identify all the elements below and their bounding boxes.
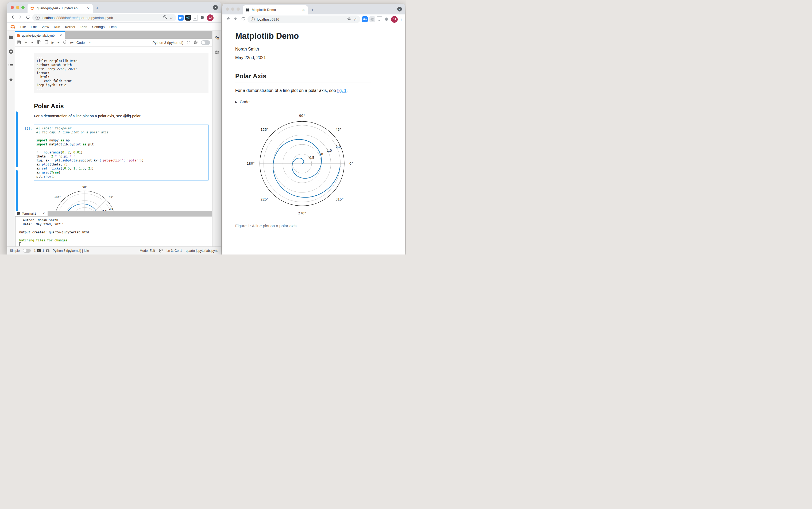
kernel-status-icon[interactable]	[187, 41, 190, 44]
reload-icon[interactable]	[25, 15, 31, 21]
zoom-window-button[interactable]	[22, 6, 25, 9]
menu-item-edit[interactable]: Edit	[28, 25, 39, 29]
reload-icon[interactable]	[240, 16, 246, 22]
browser-menu-icon[interactable]: ⋮	[399, 17, 402, 22]
notebook-toolbar-toggle[interactable]	[201, 40, 210, 45]
browser-menu-icon[interactable]: ⋮	[215, 15, 218, 20]
execution-count: [2]:	[16, 127, 32, 131]
notebook-dock-panel: quarto-jupyterlab.ipynb ✕ + ✂ ▶ ■	[15, 31, 212, 246]
text-line: ax.set_rticks([0.5, 1, 1.5, 2])	[36, 167, 206, 171]
tab-close-icon[interactable]: ✕	[86, 6, 91, 10]
menu-item-tabs[interactable]: Tabs	[77, 25, 90, 29]
run-cell-button[interactable]: ▶	[51, 41, 54, 44]
window-controls[interactable]	[11, 6, 25, 9]
raw-yaml-cell[interactable]: --- title: Matplotlib Demo author: Norah…	[34, 53, 209, 93]
menu-item-run[interactable]: Run	[51, 25, 63, 29]
shield-x-icon[interactable]	[159, 249, 163, 252]
input-collapser[interactable]	[16, 111, 17, 167]
site-info-icon[interactable]: i	[36, 16, 40, 20]
menu-item-help[interactable]: Help	[107, 25, 119, 29]
restart-run-all-button[interactable]: ▶▶	[70, 41, 73, 44]
extension-manager-icon[interactable]	[8, 77, 13, 83]
react-devtools-extension-icon[interactable]	[185, 15, 191, 21]
table-of-contents-icon[interactable]	[8, 64, 13, 69]
puzzle-extensions-icon[interactable]	[384, 16, 389, 22]
minimize-window-button[interactable]	[231, 7, 235, 11]
property-inspector-icon[interactable]: ⚙⚙	[214, 35, 219, 41]
profile-avatar[interactable]: JJ	[207, 14, 214, 21]
new-tab-button[interactable]: +	[96, 6, 99, 11]
stop-kernel-button[interactable]: ■	[58, 41, 59, 44]
figure-link[interactable]: fig. 1	[337, 88, 347, 93]
puzzle-extensions-icon[interactable]	[200, 15, 205, 21]
new-tab-button[interactable]: +	[311, 7, 314, 12]
site-info-icon[interactable]: i	[251, 18, 255, 22]
notebook-scroll-area[interactable]: --- title: Matplotlib Demo author: Norah…	[15, 46, 212, 211]
code-cell[interactable]: [2]: #| label: fig-polar#| fig.cap: A li…	[34, 125, 209, 180]
close-window-button[interactable]	[11, 6, 14, 9]
menu-item-kernel[interactable]: Kernel	[63, 25, 77, 29]
tab-close-icon[interactable]: ✕	[301, 8, 306, 12]
terminal-tab[interactable]: $_ Terminal 1 ✕	[15, 211, 47, 216]
menu-item-settings[interactable]: Settings	[90, 25, 107, 29]
menu-item-view[interactable]: View	[39, 25, 51, 29]
terminal-tab-close-icon[interactable]: ✕	[42, 212, 46, 215]
window-controls-inactive[interactable]	[226, 7, 240, 11]
minimize-window-button[interactable]	[16, 6, 19, 9]
kernel-count-icon	[46, 249, 49, 252]
document-extension-icon[interactable]	[377, 16, 382, 22]
browser-tab-jupyterlab[interactable]: quarto-jupyterl - JupyterLab ✕	[28, 4, 93, 13]
cut-cells-button[interactable]: ✂	[31, 40, 34, 45]
paste-cells-button[interactable]	[45, 40, 48, 45]
svg-text:2.0: 2.0	[336, 145, 341, 149]
file-browser-icon[interactable]	[8, 35, 14, 40]
browser-tab-matplotlib-demo[interactable]: Matplotlib Demo ✕	[243, 5, 308, 14]
cursor-position[interactable]: Ln 3, Col 1	[167, 249, 182, 252]
document-title: Matplotlib Demo	[235, 31, 371, 41]
address-bar[interactable]: i localhost:8888/lab/tree/quarto-jupyter…	[32, 14, 176, 22]
back-icon[interactable]	[10, 15, 16, 21]
terminal-output[interactable]: author: Norah Smith date: 'May 22nd, 202…	[15, 216, 212, 248]
save-button[interactable]	[17, 40, 21, 45]
session-counts[interactable]: 1 $_ 1	[34, 249, 49, 252]
back-icon[interactable]	[225, 16, 231, 22]
notebook-tab-close-icon[interactable]: ✕	[59, 34, 63, 37]
section-heading: Polar Axis	[235, 72, 371, 83]
quarto-document[interactable]: Matplotlib Demo Norah Smith May 22nd, 20…	[222, 24, 405, 254]
profile-avatar[interactable]: JJ	[391, 16, 398, 23]
cell-type-dropdown[interactable]: Code∨	[76, 41, 91, 45]
kernel-status-text[interactable]: Python 3 (ipykernel) | Idle	[52, 249, 89, 252]
copy-cells-button[interactable]	[37, 40, 41, 45]
debugger-bug-icon[interactable]	[194, 40, 198, 45]
kernel-name-button[interactable]: Python 3 (ipykernel)	[152, 41, 183, 45]
zoom-level-icon[interactable]	[163, 15, 167, 20]
output-collapser[interactable]	[16, 170, 17, 211]
react-devtools-extension-icon[interactable]	[369, 16, 375, 22]
close-window-button[interactable]	[226, 7, 229, 11]
bookmark-star-icon[interactable]: ☆	[170, 15, 173, 20]
zoom-window-button[interactable]	[237, 7, 240, 11]
debugger-sidebar-icon[interactable]	[215, 50, 219, 55]
add-cell-button[interactable]: +	[25, 40, 27, 45]
restart-kernel-button[interactable]	[63, 40, 67, 45]
simple-mode-toggle[interactable]	[23, 249, 31, 252]
zoom-extension-icon[interactable]	[362, 16, 368, 22]
zoom-extension-icon[interactable]	[178, 15, 184, 21]
right-tab-strip: Matplotlib Demo ✕ + ▼	[222, 4, 405, 14]
code-editor[interactable]: #| label: fig-polar#| fig.cap: A line pl…	[36, 127, 206, 178]
code-fold-toggle[interactable]: ▶ Code	[235, 99, 371, 104]
notebook-tab[interactable]: quarto-jupyterlab.ipynb ✕	[15, 31, 65, 39]
tab-search-icon[interactable]: ▼	[213, 5, 218, 10]
running-sessions-icon[interactable]	[8, 49, 13, 55]
address-bar[interactable]: i localhost:6916 ☆	[247, 15, 360, 23]
tab-search-icon[interactable]: ▼	[397, 7, 402, 11]
mode-indicator[interactable]: Mode: Edit	[140, 249, 155, 252]
document-extension-icon[interactable]	[193, 15, 198, 21]
forward-icon[interactable]	[17, 15, 23, 21]
bookmark-star-icon[interactable]: ☆	[354, 17, 357, 22]
forward-icon[interactable]	[233, 16, 238, 22]
zoom-level-icon[interactable]	[347, 16, 351, 22]
url-text[interactable]: localhost:6916	[257, 18, 279, 22]
menu-item-file[interactable]: File	[18, 25, 28, 29]
url-text[interactable]: localhost:8888/lab/tree/quarto-jupyterla…	[42, 16, 113, 20]
